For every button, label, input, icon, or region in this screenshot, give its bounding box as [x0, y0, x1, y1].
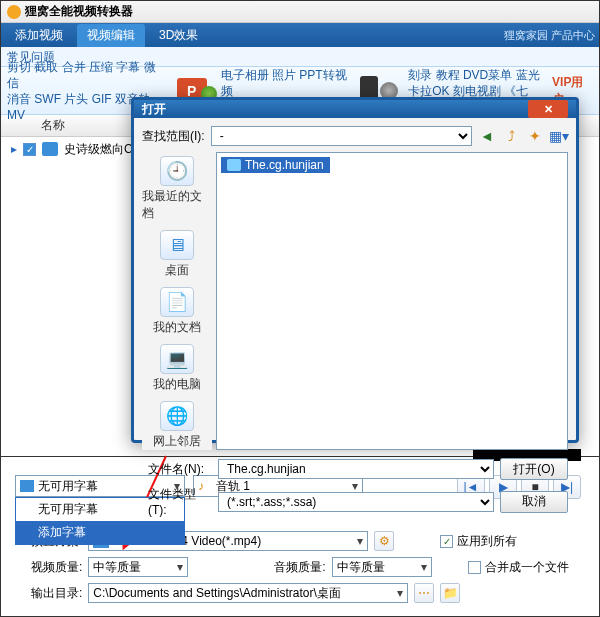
place-network[interactable]: 🌐网上邻居 — [153, 401, 201, 450]
place-desktop[interactable]: 🖥桌面 — [160, 230, 194, 279]
place-mydocs[interactable]: 📄我的文档 — [153, 287, 201, 336]
apply-all-checkbox[interactable]: ✓ — [440, 535, 453, 548]
dialog-close-button[interactable]: ✕ — [528, 100, 568, 118]
filetype-select[interactable]: (*.srt;*.ass;*.ssa) — [218, 492, 494, 512]
lookin-label: 查找范围(I): — [142, 128, 205, 145]
lookin-select[interactable]: - — [211, 126, 472, 146]
file-list-item-selected[interactable]: The.cg.hunjian — [221, 157, 330, 173]
apply-all-label: 应用到所有 — [457, 533, 517, 550]
nav-view-icon[interactable]: ▦▾ — [550, 127, 568, 145]
nav-up-icon[interactable]: ⤴ — [502, 127, 520, 145]
chevron-down-icon: ▾ — [397, 586, 403, 600]
filename-label: 文件名(N): — [142, 461, 212, 478]
toolgroup-edit-line1[interactable]: 剪切 截取 合并 压缩 字幕 微信 — [7, 59, 163, 91]
video-quality-label: 视频质量: — [31, 559, 82, 576]
chevron-down-icon: ▾ — [357, 534, 363, 548]
top-links[interactable]: 狸窝家园 产品中心 — [504, 28, 595, 43]
subtitle-icon — [20, 480, 34, 492]
nav-back-icon[interactable]: ◄ — [478, 127, 496, 145]
tab-3d[interactable]: 3D效果 — [149, 24, 208, 47]
place-desktop-label: 桌面 — [165, 262, 189, 279]
row-toggle-icon[interactable]: ▸ — [11, 142, 17, 156]
col-name: 名称 — [41, 117, 65, 134]
places-bar: 🕘我最近的文档 🖥桌面 📄我的文档 💻我的电脑 🌐网上邻居 — [142, 152, 212, 450]
filename-input[interactable]: The.cg.hunjian — [218, 459, 494, 479]
file-list-item-name: The.cg.hunjian — [245, 158, 324, 172]
dialog-titlebar: 打开 ✕ — [134, 100, 576, 118]
main-tabs: 添加视频 视频编辑 3D效果 狸窝家园 产品中心 — [1, 23, 599, 47]
row-checkbox[interactable]: ✓ — [23, 143, 36, 156]
output-dir-value: C:\Documents and Settings\Administrator\… — [93, 585, 340, 602]
place-network-label: 网上邻居 — [153, 433, 201, 450]
app-logo-icon — [7, 5, 21, 19]
merge-label: 合并成一个文件 — [485, 559, 569, 576]
video-quality-value: 中等质量 — [93, 559, 141, 576]
video-quality-combo[interactable]: 中等质量 ▾ — [88, 557, 188, 577]
chevron-down-icon: ▾ — [421, 560, 427, 574]
toolgroup-album-line1[interactable]: 电子相册 照片 PPT转视频 — [221, 67, 351, 99]
lookin-row: 查找范围(I): - ◄ ⤴ ✦ ▦▾ — [142, 126, 568, 146]
place-mycomputer[interactable]: 💻我的电脑 — [153, 344, 201, 393]
place-recent-label: 我最近的文档 — [142, 188, 212, 222]
tab-video-edit[interactable]: 视频编辑 — [77, 24, 145, 47]
subtitle-file-icon — [227, 159, 241, 171]
merge-checkbox[interactable] — [468, 561, 481, 574]
open-output-button[interactable]: 📁 — [440, 583, 460, 603]
audio-quality-value: 中等质量 — [337, 559, 385, 576]
chevron-down-icon: ▾ — [177, 560, 183, 574]
dialog-title: 打开 — [142, 101, 166, 118]
preset-settings-button[interactable]: ⚙ — [374, 531, 394, 551]
place-recent[interactable]: 🕘我最近的文档 — [142, 156, 212, 222]
file-list[interactable]: The.cg.hunjian — [216, 152, 568, 450]
window-titlebar: 狸窝全能视频转换器 — [1, 1, 599, 23]
output-dir-label: 输出目录: — [31, 585, 82, 602]
output-dir-input[interactable]: C:\Documents and Settings\Administrator\… — [88, 583, 408, 603]
place-mycomputer-label: 我的电脑 — [153, 376, 201, 393]
toolgroup-burn-line1[interactable]: 刻录 教程 DVD菜单 蓝光 — [408, 67, 544, 83]
open-button[interactable]: 打开(O) — [500, 458, 568, 480]
filetype-label: 文件类型(T): — [142, 486, 212, 517]
place-mydocs-label: 我的文档 — [153, 319, 201, 336]
audio-quality-label: 音频质量: — [274, 559, 325, 576]
subtitle-combo-value: 无可用字幕 — [38, 478, 98, 495]
audio-quality-combo[interactable]: 中等质量 ▾ — [332, 557, 432, 577]
cancel-button[interactable]: 取消 — [500, 491, 568, 513]
browse-output-button[interactable]: ⋯ — [414, 583, 434, 603]
tab-add-video[interactable]: 添加视频 — [5, 24, 73, 47]
open-dialog: 打开 ✕ 查找范围(I): - ◄ ⤴ ✦ ▦▾ 🕘我最近的文档 🖥桌面 📄我的… — [131, 97, 579, 443]
video-file-icon — [42, 142, 58, 156]
window-title: 狸窝全能视频转换器 — [25, 3, 133, 20]
nav-newfolder-icon[interactable]: ✦ — [526, 127, 544, 145]
